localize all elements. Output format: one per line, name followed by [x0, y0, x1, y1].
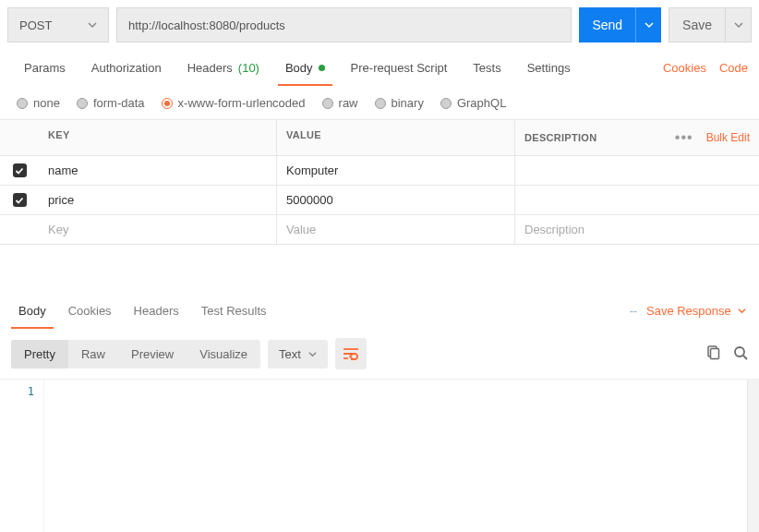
- copy-button[interactable]: [705, 345, 720, 363]
- view-visualize[interactable]: Visualize: [187, 340, 260, 369]
- row-checkbox[interactable]: [13, 163, 27, 177]
- table-row: [0, 186, 759, 215]
- kv-head-value: VALUE: [277, 120, 515, 155]
- kv-table: KEY VALUE DESCRIPTION ••• Bulk Edit: [0, 119, 759, 245]
- view-preview[interactable]: Preview: [118, 340, 187, 369]
- line-gutter: 1: [0, 380, 44, 532]
- tab-authorization[interactable]: Authorization: [78, 50, 175, 86]
- chevron-down-icon: [645, 20, 654, 30]
- tab-settings[interactable]: Settings: [514, 50, 584, 86]
- radio-form-data[interactable]: form-data: [77, 96, 145, 110]
- value-input[interactable]: [286, 163, 505, 177]
- request-bar: POST Send Save: [0, 0, 759, 50]
- radio-icon: [375, 98, 386, 109]
- chevron-down-icon: [88, 20, 97, 30]
- svg-line-5: [743, 356, 747, 359]
- key-input[interactable]: [48, 193, 267, 207]
- kv-header-row: KEY VALUE DESCRIPTION ••• Bulk Edit: [0, 120, 759, 156]
- radio-icon: [77, 98, 88, 109]
- response-tabs: Body Cookies Headers Test Results -- Sav…: [0, 293, 759, 329]
- radio-icon: [440, 98, 452, 109]
- method-label: POST: [19, 18, 52, 32]
- request-tabs: Params Authorization Headers (10) Body P…: [0, 50, 759, 87]
- row-checkbox[interactable]: [13, 193, 27, 207]
- url-input[interactable]: [116, 7, 572, 42]
- view-pretty[interactable]: Pretty: [11, 340, 68, 369]
- headers-count: (10): [238, 61, 259, 75]
- search-button[interactable]: [733, 345, 748, 363]
- kv-head-desc: DESCRIPTION: [524, 132, 596, 143]
- check-icon: [15, 166, 24, 175]
- key-input[interactable]: [48, 223, 267, 236]
- bulk-edit-link[interactable]: Bulk Edit: [706, 131, 750, 144]
- rtab-cookies[interactable]: Cookies: [57, 293, 123, 329]
- dirty-dot-icon: [319, 65, 325, 71]
- response-editor: 1: [0, 379, 759, 532]
- lang-select[interactable]: Text: [268, 340, 328, 369]
- rtab-headers[interactable]: Headers: [123, 293, 190, 329]
- search-icon: [733, 345, 748, 360]
- radio-graphql[interactable]: GraphQL: [440, 96, 506, 110]
- save-options-button[interactable]: [726, 7, 752, 42]
- response-status: --: [630, 305, 637, 318]
- tab-body[interactable]: Body: [272, 50, 338, 86]
- line-number: 1: [9, 385, 34, 398]
- radio-icon: [322, 98, 333, 109]
- radio-none[interactable]: none: [17, 96, 60, 110]
- radio-binary[interactable]: binary: [375, 96, 424, 110]
- desc-input[interactable]: [524, 223, 750, 236]
- response-section: Body Cookies Headers Test Results -- Sav…: [0, 292, 759, 532]
- body-type-row: none form-data x-www-form-urlencoded raw…: [0, 87, 759, 119]
- send-button-group: Send: [579, 7, 661, 42]
- rtab-body[interactable]: Body: [7, 293, 57, 329]
- value-input[interactable]: [286, 223, 505, 236]
- send-button[interactable]: Send: [579, 7, 635, 42]
- tab-prerequest[interactable]: Pre-request Script: [338, 50, 461, 86]
- desc-input[interactable]: [524, 163, 750, 177]
- tab-params[interactable]: Params: [11, 50, 78, 86]
- check-icon: [15, 196, 24, 205]
- wrap-lines-button[interactable]: [335, 338, 367, 369]
- value-input[interactable]: [286, 193, 505, 207]
- chevron-down-icon: [738, 307, 746, 315]
- wrap-icon: [343, 346, 359, 361]
- kv-options-icon[interactable]: •••: [675, 129, 693, 146]
- key-input[interactable]: [48, 163, 267, 177]
- cookies-link[interactable]: Cookies: [663, 61, 706, 75]
- chevron-down-icon: [734, 20, 743, 30]
- method-select[interactable]: POST: [7, 7, 109, 42]
- send-options-button[interactable]: [635, 7, 661, 42]
- table-row-new: [0, 215, 759, 245]
- code-link[interactable]: Code: [719, 61, 748, 75]
- view-mode-segment: Pretty Raw Preview Visualize: [11, 340, 260, 369]
- svg-point-4: [735, 347, 744, 357]
- chevron-down-icon: [308, 350, 317, 358]
- save-button[interactable]: Save: [669, 7, 726, 42]
- save-button-group: Save: [669, 7, 752, 42]
- rtab-test-results[interactable]: Test Results: [190, 293, 278, 329]
- tabs-right-links: Cookies Code: [663, 61, 748, 75]
- svg-rect-3: [711, 348, 719, 358]
- response-toolbar: Pretty Raw Preview Visualize Text: [0, 329, 759, 379]
- tab-tests[interactable]: Tests: [460, 50, 513, 86]
- radio-urlencoded[interactable]: x-www-form-urlencoded: [162, 96, 306, 110]
- tab-headers[interactable]: Headers (10): [175, 50, 272, 86]
- radio-icon: [17, 98, 28, 109]
- code-area[interactable]: [44, 380, 759, 532]
- save-response-link[interactable]: Save Response: [646, 304, 746, 318]
- desc-input[interactable]: [524, 193, 750, 207]
- kv-head-key: KEY: [39, 120, 277, 155]
- radio-raw[interactable]: raw: [322, 96, 358, 110]
- copy-icon: [705, 345, 720, 360]
- view-raw[interactable]: Raw: [68, 340, 118, 369]
- radio-icon: [162, 98, 173, 109]
- table-row: [0, 156, 759, 186]
